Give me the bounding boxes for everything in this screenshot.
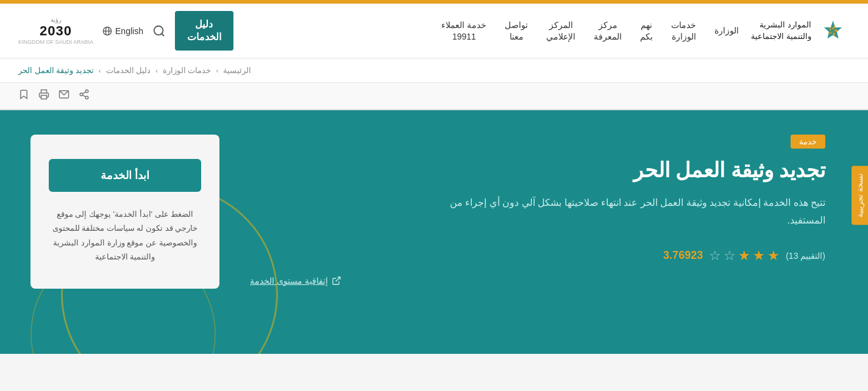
svg-line-11 [82,95,85,97]
breadcrumb-ministry-services[interactable]: خدمات الوزارة [163,66,212,75]
service-description: تتيح هذه الخدمة إمكانية تجديد وثيقة العم… [429,194,825,230]
breadcrumb-services-guide[interactable]: دليل الخدمات [106,66,151,75]
rating-area: (التقييم 13) ☆ ☆ ★ ★ ★ 3.76923 [250,248,825,264]
guide-button[interactable]: دليل الخدمات [175,11,233,51]
breadcrumb: الرئيسية › خدمات الوزارة › دليل الخدمات … [0,58,868,83]
service-badge: خدمة [791,135,825,149]
ministry-name: الموارد البشرية والتنمية الاجتماعية [751,19,811,41]
bookmark-button[interactable] [18,89,29,103]
search-button[interactable] [152,24,166,38]
svg-point-9 [80,93,83,96]
content-right: خدمة تجديد وثيقة العمل الحر تتيح هذه الخ… [250,135,838,286]
page-title: تجديد وثيقة العمل الحر [250,158,825,182]
globe-icon [102,26,112,36]
start-service-button[interactable]: ابدأ الخدمة [49,159,201,192]
breadcrumb-sep-2: › [155,67,158,74]
header-left: دليل الخدمات English رؤية 2030 KINGDOM O… [18,11,233,51]
service-card-container: ابدأ الخدمة الضغط على 'ابدأ الخدمة' يوجه… [30,135,219,289]
svg-point-3 [154,26,163,35]
main-nav: الوزارة خدمات الوزارة نهم بكم مركز المعر… [441,19,739,41]
action-bar [0,83,868,110]
svg-line-12 [82,92,85,94]
share-button[interactable] [79,89,90,103]
svg-point-10 [85,96,88,99]
star-rating[interactable]: ☆ ☆ ★ ★ ★ [709,248,780,264]
breadcrumb-home[interactable]: الرئيسية [223,66,251,75]
nav-contact[interactable]: تواصل معنا [505,19,528,41]
nav-ministry[interactable]: الوزارة [714,25,739,36]
vision-subtitle: KINGDOM OF SAUDI ARABIA [18,39,93,45]
service-level-link[interactable]: إتفاقية مستوى الخدمة [250,276,825,286]
svg-point-8 [85,90,88,93]
language-switcher[interactable]: English [102,26,143,36]
external-link-icon [332,276,341,286]
beta-tab[interactable]: نسخة تجريبية [852,166,868,225]
star-5: ★ [767,248,780,264]
rating-count: (التقييم 13) [786,251,825,261]
rating-value: 3.76923 [663,249,703,262]
star-2: ☆ [724,248,736,264]
nav-knowledge-center[interactable]: مركز المعرفة [594,19,622,41]
header-right: الموارد البشرية والتنمية الاجتماعية الوز… [441,14,850,48]
breadcrumb-sep-1: › [216,67,218,74]
breadcrumb-sep-3: › [99,67,101,74]
search-icon [152,24,166,38]
email-button[interactable] [59,89,69,103]
ministry-logo: الموارد البشرية والتنمية الاجتماعية [751,14,850,48]
star-3: ★ [738,248,750,264]
svg-line-15 [335,277,340,281]
main-content: خدمة تجديد وثيقة العمل الحر تتيح هذه الخ… [0,110,868,354]
nav-media-center[interactable]: المركز الإعلامي [546,19,575,41]
star-4: ★ [753,248,765,264]
breadcrumb-current: تجديد وثيقة العمل الحر [18,66,94,75]
vision-prefix: رؤية [51,16,62,23]
svg-line-4 [162,33,164,36]
site-header: الموارد البشرية والتنمية الاجتماعية الوز… [0,4,868,58]
star-1: ☆ [709,248,721,264]
service-card: ابدأ الخدمة الضغط على 'ابدأ الخدمة' يوجه… [30,135,219,289]
svg-rect-14 [41,96,47,99]
nav-ministry-services[interactable]: خدمات الوزارة [671,19,696,41]
nav-understand[interactable]: نهم بكم [640,19,653,41]
ministry-star-icon [816,14,850,48]
print-button[interactable] [38,89,49,103]
card-description: الضغط على 'ابدأ الخدمة' يوجهك إلى موقع خ… [49,207,201,264]
vision-year: 2030 [40,23,72,39]
vision-logo: رؤية 2030 KINGDOM OF SAUDI ARABIA [18,16,93,45]
nav-customer-service[interactable]: خدمة العملاء 19911 [441,19,486,41]
